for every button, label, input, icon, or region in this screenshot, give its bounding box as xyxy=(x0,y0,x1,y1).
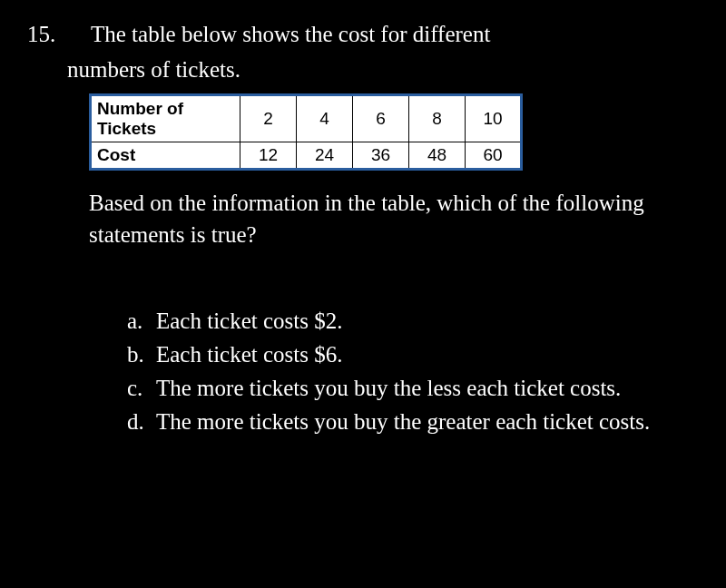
option-letter: b. xyxy=(127,338,156,370)
option-text: The more tickets you buy the less each t… xyxy=(156,372,699,404)
option-d: d. The more tickets you buy the greater … xyxy=(127,406,699,437)
data-table: Number of Tickets 2 4 6 8 10 Cost 12 24 … xyxy=(89,93,523,171)
question-number: 15. xyxy=(27,18,91,50)
option-text: The more tickets you buy the greater eac… xyxy=(156,406,699,437)
table-cell: 24 xyxy=(297,142,353,170)
option-c: c. The more tickets you buy the less eac… xyxy=(127,372,699,404)
question-container: 15. The table below shows the cost for d… xyxy=(0,0,726,457)
question-intro-line1: The table below shows the cost for diffe… xyxy=(91,18,699,50)
table-cell: 12 xyxy=(240,142,297,170)
options-list: a. Each ticket costs $2. b. Each ticket … xyxy=(127,305,699,437)
question-prompt: Based on the information in the table, w… xyxy=(89,187,699,250)
row-header-tickets: Number of Tickets xyxy=(91,95,240,142)
table-row: Cost 12 24 36 48 60 xyxy=(91,142,522,170)
table-row: Number of Tickets 2 4 6 8 10 xyxy=(91,95,522,142)
option-a: a. Each ticket costs $2. xyxy=(127,305,699,337)
option-letter: c. xyxy=(127,372,156,404)
table-cell: 2 xyxy=(240,95,297,142)
option-text: Each ticket costs $2. xyxy=(156,305,699,337)
table-wrapper: Number of Tickets 2 4 6 8 10 Cost 12 24 … xyxy=(89,93,699,171)
table-cell: 10 xyxy=(466,95,522,142)
row-header-cost: Cost xyxy=(91,142,240,170)
option-letter: a. xyxy=(127,305,156,337)
table-cell: 36 xyxy=(353,142,409,170)
table-cell: 8 xyxy=(409,95,466,142)
table-cell: 60 xyxy=(466,142,522,170)
option-letter: d. xyxy=(127,406,156,437)
table-cell: 4 xyxy=(297,95,353,142)
question-intro-line2: numbers of tickets. xyxy=(67,57,699,83)
option-text: Each ticket costs $6. xyxy=(156,338,699,370)
question-header: 15. The table below shows the cost for d… xyxy=(27,18,699,50)
table-cell: 6 xyxy=(353,95,409,142)
table-cell: 48 xyxy=(409,142,466,170)
option-b: b. Each ticket costs $6. xyxy=(127,338,699,370)
